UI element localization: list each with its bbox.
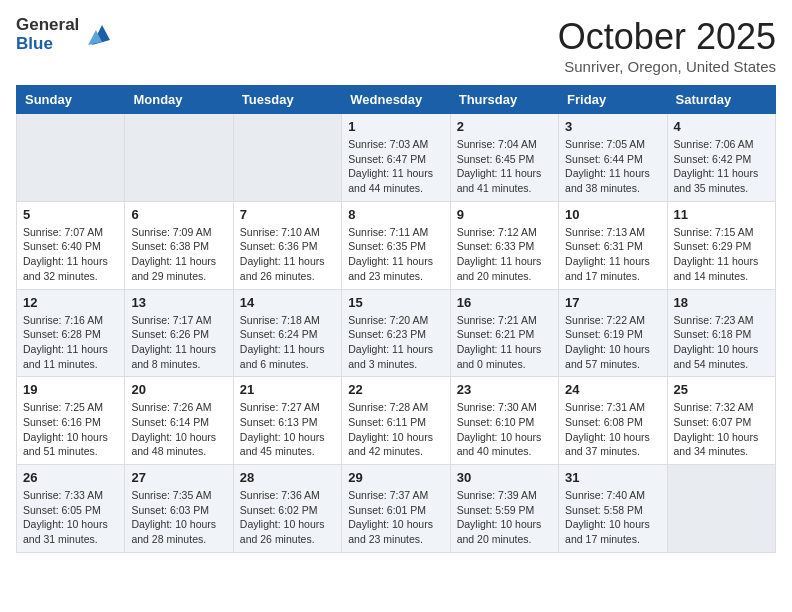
calendar-day-cell: 23Sunrise: 7:30 AMSunset: 6:10 PMDayligh… (450, 377, 558, 465)
day-number: 20 (131, 382, 226, 397)
day-number: 9 (457, 207, 552, 222)
calendar-day-cell: 7Sunrise: 7:10 AMSunset: 6:36 PMDaylight… (233, 201, 341, 289)
page-header: General Blue October 2025 Sunriver, Oreg… (16, 16, 776, 75)
day-info: Sunrise: 7:11 AMSunset: 6:35 PMDaylight:… (348, 225, 443, 284)
day-info: Sunrise: 7:25 AMSunset: 6:16 PMDaylight:… (23, 400, 118, 459)
calendar-day-cell (125, 114, 233, 202)
weekday-header-row: SundayMondayTuesdayWednesdayThursdayFrid… (17, 86, 776, 114)
day-number: 1 (348, 119, 443, 134)
day-info: Sunrise: 7:04 AMSunset: 6:45 PMDaylight:… (457, 137, 552, 196)
day-number: 22 (348, 382, 443, 397)
day-number: 27 (131, 470, 226, 485)
day-info: Sunrise: 7:18 AMSunset: 6:24 PMDaylight:… (240, 313, 335, 372)
calendar-day-cell: 26Sunrise: 7:33 AMSunset: 6:05 PMDayligh… (17, 465, 125, 553)
calendar-day-cell: 27Sunrise: 7:35 AMSunset: 6:03 PMDayligh… (125, 465, 233, 553)
weekday-header-thursday: Thursday (450, 86, 558, 114)
calendar-day-cell: 2Sunrise: 7:04 AMSunset: 6:45 PMDaylight… (450, 114, 558, 202)
calendar-day-cell: 28Sunrise: 7:36 AMSunset: 6:02 PMDayligh… (233, 465, 341, 553)
calendar-day-cell: 20Sunrise: 7:26 AMSunset: 6:14 PMDayligh… (125, 377, 233, 465)
day-number: 6 (131, 207, 226, 222)
day-number: 12 (23, 295, 118, 310)
calendar-day-cell: 8Sunrise: 7:11 AMSunset: 6:35 PMDaylight… (342, 201, 450, 289)
day-number: 25 (674, 382, 769, 397)
day-number: 5 (23, 207, 118, 222)
day-info: Sunrise: 7:27 AMSunset: 6:13 PMDaylight:… (240, 400, 335, 459)
calendar-day-cell: 6Sunrise: 7:09 AMSunset: 6:38 PMDaylight… (125, 201, 233, 289)
calendar-day-cell: 24Sunrise: 7:31 AMSunset: 6:08 PMDayligh… (559, 377, 667, 465)
calendar-week-row: 26Sunrise: 7:33 AMSunset: 6:05 PMDayligh… (17, 465, 776, 553)
day-number: 14 (240, 295, 335, 310)
day-info: Sunrise: 7:28 AMSunset: 6:11 PMDaylight:… (348, 400, 443, 459)
day-number: 23 (457, 382, 552, 397)
day-info: Sunrise: 7:21 AMSunset: 6:21 PMDaylight:… (457, 313, 552, 372)
day-number: 19 (23, 382, 118, 397)
weekday-header-sunday: Sunday (17, 86, 125, 114)
calendar-week-row: 1Sunrise: 7:03 AMSunset: 6:47 PMDaylight… (17, 114, 776, 202)
calendar-day-cell: 10Sunrise: 7:13 AMSunset: 6:31 PMDayligh… (559, 201, 667, 289)
calendar-day-cell: 15Sunrise: 7:20 AMSunset: 6:23 PMDayligh… (342, 289, 450, 377)
calendar-day-cell (667, 465, 775, 553)
calendar-body: 1Sunrise: 7:03 AMSunset: 6:47 PMDaylight… (17, 114, 776, 553)
day-info: Sunrise: 7:16 AMSunset: 6:28 PMDaylight:… (23, 313, 118, 372)
day-number: 18 (674, 295, 769, 310)
day-number: 31 (565, 470, 660, 485)
day-number: 24 (565, 382, 660, 397)
day-info: Sunrise: 7:37 AMSunset: 6:01 PMDaylight:… (348, 488, 443, 547)
calendar-day-cell: 11Sunrise: 7:15 AMSunset: 6:29 PMDayligh… (667, 201, 775, 289)
calendar-day-cell: 30Sunrise: 7:39 AMSunset: 5:59 PMDayligh… (450, 465, 558, 553)
calendar-day-cell: 4Sunrise: 7:06 AMSunset: 6:42 PMDaylight… (667, 114, 775, 202)
calendar-day-cell: 31Sunrise: 7:40 AMSunset: 5:58 PMDayligh… (559, 465, 667, 553)
day-number: 2 (457, 119, 552, 134)
day-info: Sunrise: 7:35 AMSunset: 6:03 PMDaylight:… (131, 488, 226, 547)
day-number: 21 (240, 382, 335, 397)
day-number: 15 (348, 295, 443, 310)
day-number: 10 (565, 207, 660, 222)
day-number: 30 (457, 470, 552, 485)
weekday-header-friday: Friday (559, 86, 667, 114)
calendar-day-cell: 13Sunrise: 7:17 AMSunset: 6:26 PMDayligh… (125, 289, 233, 377)
logo-icon (82, 20, 112, 50)
day-info: Sunrise: 7:13 AMSunset: 6:31 PMDaylight:… (565, 225, 660, 284)
weekday-header-tuesday: Tuesday (233, 86, 341, 114)
day-info: Sunrise: 7:09 AMSunset: 6:38 PMDaylight:… (131, 225, 226, 284)
day-info: Sunrise: 7:33 AMSunset: 6:05 PMDaylight:… (23, 488, 118, 547)
weekday-header-saturday: Saturday (667, 86, 775, 114)
calendar-table: SundayMondayTuesdayWednesdayThursdayFrid… (16, 85, 776, 553)
calendar-day-cell: 3Sunrise: 7:05 AMSunset: 6:44 PMDaylight… (559, 114, 667, 202)
calendar-day-cell: 12Sunrise: 7:16 AMSunset: 6:28 PMDayligh… (17, 289, 125, 377)
day-number: 26 (23, 470, 118, 485)
day-info: Sunrise: 7:05 AMSunset: 6:44 PMDaylight:… (565, 137, 660, 196)
calendar-day-cell (17, 114, 125, 202)
day-info: Sunrise: 7:17 AMSunset: 6:26 PMDaylight:… (131, 313, 226, 372)
calendar-day-cell (233, 114, 341, 202)
calendar-day-cell: 21Sunrise: 7:27 AMSunset: 6:13 PMDayligh… (233, 377, 341, 465)
day-info: Sunrise: 7:30 AMSunset: 6:10 PMDaylight:… (457, 400, 552, 459)
logo-blue: Blue (16, 35, 79, 54)
calendar-day-cell: 14Sunrise: 7:18 AMSunset: 6:24 PMDayligh… (233, 289, 341, 377)
calendar-day-cell: 22Sunrise: 7:28 AMSunset: 6:11 PMDayligh… (342, 377, 450, 465)
day-info: Sunrise: 7:39 AMSunset: 5:59 PMDaylight:… (457, 488, 552, 547)
day-number: 3 (565, 119, 660, 134)
location: Sunriver, Oregon, United States (558, 58, 776, 75)
calendar-day-cell: 17Sunrise: 7:22 AMSunset: 6:19 PMDayligh… (559, 289, 667, 377)
day-info: Sunrise: 7:23 AMSunset: 6:18 PMDaylight:… (674, 313, 769, 372)
day-number: 29 (348, 470, 443, 485)
day-info: Sunrise: 7:32 AMSunset: 6:07 PMDaylight:… (674, 400, 769, 459)
day-info: Sunrise: 7:36 AMSunset: 6:02 PMDaylight:… (240, 488, 335, 547)
day-info: Sunrise: 7:26 AMSunset: 6:14 PMDaylight:… (131, 400, 226, 459)
day-info: Sunrise: 7:07 AMSunset: 6:40 PMDaylight:… (23, 225, 118, 284)
day-info: Sunrise: 7:10 AMSunset: 6:36 PMDaylight:… (240, 225, 335, 284)
day-number: 16 (457, 295, 552, 310)
day-info: Sunrise: 7:12 AMSunset: 6:33 PMDaylight:… (457, 225, 552, 284)
weekday-header-wednesday: Wednesday (342, 86, 450, 114)
day-number: 11 (674, 207, 769, 222)
day-info: Sunrise: 7:22 AMSunset: 6:19 PMDaylight:… (565, 313, 660, 372)
calendar-week-row: 12Sunrise: 7:16 AMSunset: 6:28 PMDayligh… (17, 289, 776, 377)
day-number: 4 (674, 119, 769, 134)
calendar-day-cell: 1Sunrise: 7:03 AMSunset: 6:47 PMDaylight… (342, 114, 450, 202)
calendar-day-cell: 18Sunrise: 7:23 AMSunset: 6:18 PMDayligh… (667, 289, 775, 377)
calendar-header: SundayMondayTuesdayWednesdayThursdayFrid… (17, 86, 776, 114)
day-info: Sunrise: 7:03 AMSunset: 6:47 PMDaylight:… (348, 137, 443, 196)
day-number: 28 (240, 470, 335, 485)
day-info: Sunrise: 7:40 AMSunset: 5:58 PMDaylight:… (565, 488, 660, 547)
